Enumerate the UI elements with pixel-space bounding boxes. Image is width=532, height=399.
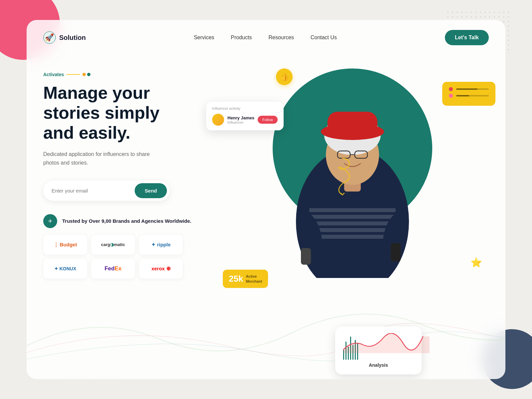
follow-button[interactable]: Follow — [258, 116, 278, 124]
nav-link-products[interactable]: Products — [231, 35, 252, 40]
analysis-card: Analysis — [335, 327, 422, 374]
brand-logo-budget: ⋮ Budget — [54, 242, 77, 248]
thumbs-up-badge: 👍 — [276, 68, 293, 85]
hero-title-line2: stories simply — [43, 103, 160, 122]
hero-section: Activates Manage your stories simply and… — [27, 55, 505, 379]
activates-dots — [82, 73, 90, 76]
logo-icon: 🚀 — [43, 31, 56, 44]
svg-rect-19 — [391, 243, 401, 261]
brand-card-xerox: xerox ⊕ — [139, 259, 183, 279]
influencer-user-row: Henry James Influencer Follow — [212, 114, 278, 126]
brand-logo-xerox: xerox ⊕ — [151, 265, 170, 272]
analysis-wave-svg — [343, 333, 430, 353]
activates-line — [66, 74, 80, 75]
user-info: Henry James Influencer — [227, 115, 254, 124]
hero-title-line3: and easily. — [43, 123, 130, 142]
cta-button[interactable]: Let's Talk — [445, 30, 489, 45]
dot-orange — [82, 73, 86, 76]
trusted-text: Trusted by Over 9,00 Brands and Agencies… — [62, 217, 191, 224]
analysis-label: Analysis — [343, 362, 414, 368]
slider-track-1 — [456, 88, 489, 90]
active-merchant-badge: 25k ActiveMerchant — [223, 270, 268, 288]
slider-card — [442, 82, 495, 106]
brand-card-budget: ⋮ Budget — [43, 235, 87, 255]
brand-logo-konux: ✦ KONUX — [54, 266, 76, 271]
send-button[interactable]: Send — [135, 183, 167, 198]
merchant-count: 25k — [229, 274, 243, 284]
brands-grid: ⋮ Budget carg◑matic ✦ ripple ✦ KONUX Fed… — [43, 235, 183, 279]
user-subtitle: Influencer — [227, 120, 254, 124]
brand-card-konux: ✦ KONUX — [43, 259, 87, 279]
nav-item-services[interactable]: Services — [194, 35, 214, 41]
trusted-header: + Trusted by Over 9,00 Brands and Agenci… — [43, 214, 216, 228]
decorative-squiggle — [323, 155, 362, 200]
hero-title-line1: Manage your — [43, 83, 150, 102]
brand-logo-ripple: ✦ ripple — [151, 242, 171, 248]
slider-dot-1 — [449, 87, 453, 91]
analysis-chart — [343, 333, 414, 360]
svg-rect-3 — [309, 208, 396, 212]
hero-left-content: Activates Manage your stories simply and… — [43, 62, 216, 379]
brand-logo-fedex: FedEx — [104, 265, 121, 272]
logo-text: Solution — [59, 34, 86, 42]
navbar: 🚀 Solution Services Products Resources C… — [27, 20, 505, 55]
slider-fill-2 — [456, 95, 469, 96]
influencer-activity-card: Influencer activity Henry James Influenc… — [206, 102, 284, 130]
logo[interactable]: 🚀 Solution — [43, 31, 86, 44]
nav-item-contact[interactable]: Contact Us — [311, 35, 337, 41]
star-badge: ⭐ — [470, 257, 482, 268]
hero-right-content: Influencer activity Henry James Influenc… — [216, 62, 489, 379]
slider-row-2 — [449, 94, 489, 98]
svg-rect-4 — [309, 215, 396, 219]
brand-card-fedex: FedEx — [91, 259, 135, 279]
trusted-section: + Trusted by Over 9,00 Brands and Agenci… — [43, 214, 216, 279]
influencer-card-title: Influencer activity — [212, 106, 278, 110]
slider-track-2 — [456, 95, 489, 96]
nav-item-products[interactable]: Products — [231, 35, 252, 41]
svg-text:🚀: 🚀 — [45, 33, 54, 42]
slider-row-1 — [449, 87, 489, 91]
merchant-label: ActiveMerchant — [246, 274, 262, 284]
user-name: Henry James — [227, 115, 254, 120]
activates-text: Activates — [43, 72, 64, 77]
nav-link-services[interactable]: Services — [194, 35, 214, 40]
email-input[interactable] — [52, 188, 135, 194]
brand-card-ripple: ✦ ripple — [139, 235, 183, 255]
nav-link-resources[interactable]: Resources — [268, 35, 294, 40]
svg-rect-17 — [301, 248, 311, 265]
nav-item-resources[interactable]: Resources — [268, 35, 294, 41]
brand-card-cargomatic: carg◑matic — [91, 235, 135, 255]
svg-rect-6 — [309, 228, 396, 232]
svg-rect-12 — [328, 112, 377, 135]
email-form: Send — [43, 181, 170, 201]
hero-subtitle: Dedicated application for influencers to… — [43, 150, 156, 167]
svg-rect-7 — [309, 235, 396, 239]
activates-label: Activates — [43, 72, 216, 77]
brand-logo-cargomatic: carg◑matic — [101, 242, 125, 247]
dot-green — [87, 73, 90, 76]
nav-link-contact[interactable]: Contact Us — [311, 35, 337, 40]
svg-rect-5 — [309, 221, 396, 225]
main-card: 🚀 Solution Services Products Resources C… — [27, 20, 505, 379]
nav-links: Services Products Resources Contact Us — [194, 35, 337, 41]
trusted-plus-icon: + — [43, 214, 57, 228]
user-avatar — [212, 114, 224, 126]
slider-dot-2 — [449, 94, 453, 98]
slider-fill-1 — [456, 88, 477, 90]
hero-title: Manage your stories simply and easily. — [43, 83, 216, 143]
